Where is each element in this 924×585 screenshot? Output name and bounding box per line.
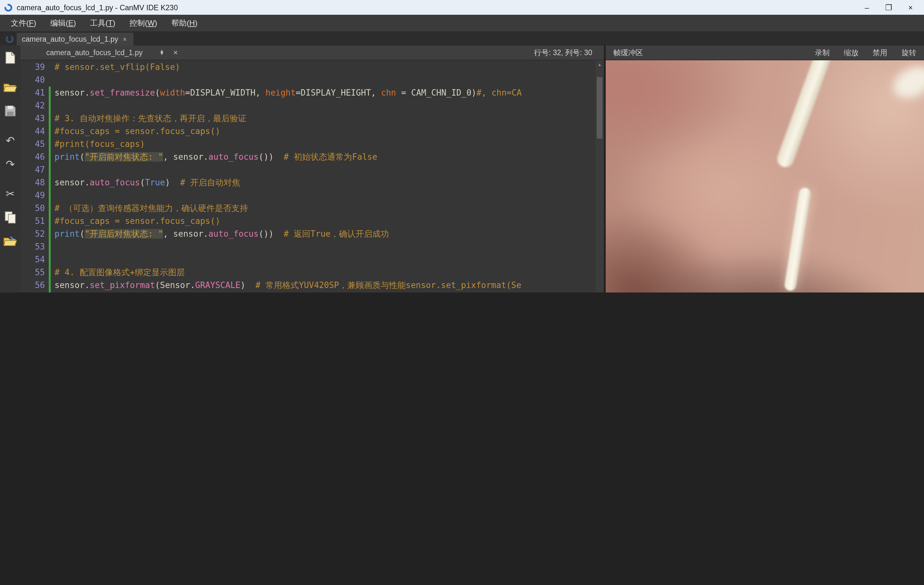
change-bar [49,253,51,266]
menu-item-t[interactable]: 工具(T) [84,16,121,30]
copy-icon[interactable] [3,210,18,224]
code-line-42[interactable]: 42 [21,99,596,112]
change-bar [49,61,51,74]
line-number: 45 [21,138,49,151]
line-number: 39 [21,61,49,74]
code-line-57[interactable]: 57bind_info = sensor.bind_info() # 获取传感器… [21,292,596,292]
framebuffer-title: 帧缓冲区 [614,48,801,58]
tab-label: camera_auto_focus_lcd_1.py [22,35,119,43]
code-line-54[interactable]: 54 [21,253,596,266]
save-file-icon[interactable] [3,104,18,118]
line-number: 48 [21,176,49,189]
code-text: # 4. 配置图像格式+绑定显示图层 [54,266,596,279]
code-line-41[interactable]: 41sensor.set_framesize(width=DISPLAY_WID… [21,87,596,99]
tab-close-icon[interactable]: × [123,35,127,43]
titlebar: camera_auto_focus_lcd_1.py - CanMV IDE K… [0,0,924,15]
editor-file-spinner[interactable]: ▲▼ [160,50,165,56]
redo-icon[interactable]: ↷ [3,157,18,171]
code-line-44[interactable]: 44#focus_caps = sensor.focus_caps() [21,125,596,138]
change-bar [49,215,51,228]
code-lines[interactable]: 39# sensor.set_vflip(False)4041sensor.se… [21,60,596,292]
code-line-50[interactable]: 50# （可选）查询传感器对焦能力，确认硬件是否支持 [21,202,596,215]
line-number: 49 [21,189,49,202]
change-bar [49,279,51,292]
cut-icon[interactable]: ✂ [3,187,18,201]
change-bar [49,241,51,253]
code-line-46[interactable]: 46print("开启前对焦状态: ", sensor.auto_focus()… [21,151,596,163]
canmv-ide-window: camera_auto_focus_lcd_1.py - CanMV IDE K… [0,0,924,292]
rotate-button[interactable]: 旋转 [901,48,916,58]
open-file-icon[interactable] [3,80,18,94]
menu-item-e[interactable]: 编辑(E) [45,16,82,30]
minimize-button[interactable]: – [857,1,876,13]
menubar: 文件(F)编辑(E)工具(T)控制(W)帮助(H) [0,15,924,32]
editor-close-icon[interactable]: × [173,48,178,57]
zoom-button[interactable]: 缩放 [844,48,858,58]
window-title: camera_auto_focus_lcd_1.py - CanMV IDE K… [16,3,857,11]
line-number: 53 [21,241,49,253]
code-line-51[interactable]: 51#focus_caps = sensor.focus_caps() [21,215,596,228]
code-line-56[interactable]: 56sensor.set_pixformat(Sensor.GRAYSCALE)… [21,279,596,292]
line-number: 55 [21,266,49,279]
scroll-down-icon[interactable]: ▼ [596,290,604,292]
change-bar [49,87,51,99]
menu-item-f[interactable]: 文件(F) [5,16,42,30]
code-line-39[interactable]: 39# sensor.set_vflip(False) [21,61,596,74]
line-number: 40 [21,74,49,87]
framebuffer-header: 帧缓冲区 录制 缩放 禁用 旋转 [606,46,924,60]
code-text: #print(focus_caps) [54,138,596,151]
line-number: 41 [21,87,49,99]
code-line-48[interactable]: 48sensor.auto_focus(True) # 开启自动对焦 [21,176,596,189]
code-text: print("开启后对焦状态: ", sensor.auto_focus()) … [54,228,596,241]
line-number: 43 [21,112,49,125]
change-bar [49,99,51,112]
line-number: 46 [21,151,49,163]
editor-header: camera_auto_focus_lcd_1.py ▲▼ × 行号: 32, … [21,46,604,60]
code-line-52[interactable]: 52print("开启后对焦状态: ", sensor.auto_focus()… [21,228,596,241]
editor-vscroll-thumb[interactable] [597,77,602,138]
code-line-43[interactable]: 43# 3. 自动对焦操作：先查状态，再开启，最后验证 [21,112,596,125]
change-bar [49,189,51,202]
file-tab-logo-icon [5,35,14,44]
change-bar [49,138,51,151]
line-number: 56 [21,279,49,292]
change-bar [49,125,51,138]
line-number: 42 [21,99,49,112]
line-number: 57 [21,292,49,292]
maximize-button[interactable]: ❐ [879,1,898,13]
change-bar [49,228,51,241]
tab-camera-auto-focus[interactable]: camera_auto_focus_lcd_1.py × [16,33,133,46]
line-number: 51 [21,215,49,228]
export-icon[interactable] [3,234,18,248]
disable-button[interactable]: 禁用 [873,48,888,58]
code-line-53[interactable]: 53 [21,241,596,253]
code-line-49[interactable]: 49 [21,189,596,202]
close-button[interactable]: × [901,1,920,13]
code-text [54,99,596,112]
code-text: sensor.set_framesize(width=DISPLAY_WIDTH… [54,87,596,99]
undo-icon[interactable]: ↶ [3,133,18,148]
menu-item-w[interactable]: 控制(W) [124,16,163,30]
framebuffer-panel: 帧缓冲区 录制 缩放 禁用 旋转 直方图 [606,46,924,292]
code-text: sensor.auto_focus(True) # 开启自动对焦 [54,176,596,189]
code-text [54,189,596,202]
code-text [54,253,596,266]
scroll-up-icon[interactable]: ▲ [596,60,604,68]
line-number: 44 [21,125,49,138]
code-text [54,241,596,253]
menu-item-h[interactable]: 帮助(H) [165,16,203,30]
code-area[interactable]: 39# sensor.set_vflip(False)4041sensor.se… [21,60,604,292]
code-line-40[interactable]: 40 [21,74,596,87]
change-bar [49,74,51,87]
new-file-icon[interactable] [3,51,18,65]
code-text: # （可选）查询传感器对焦能力，确认硬件是否支持 [54,202,596,215]
editor-vertical-scrollbar[interactable]: ▲ ▼ [596,60,604,292]
code-text [54,74,596,87]
tabbar: camera_auto_focus_lcd_1.py × [0,32,924,46]
code-line-55[interactable]: 55# 4. 配置图像格式+绑定显示图层 [21,266,596,279]
cursor-position-status: 行号: 32, 列号: 30 [534,48,599,58]
line-number: 52 [21,228,49,241]
code-line-47[interactable]: 47 [21,163,596,176]
record-button[interactable]: 录制 [815,48,830,58]
code-line-45[interactable]: 45#print(focus_caps) [21,138,596,151]
